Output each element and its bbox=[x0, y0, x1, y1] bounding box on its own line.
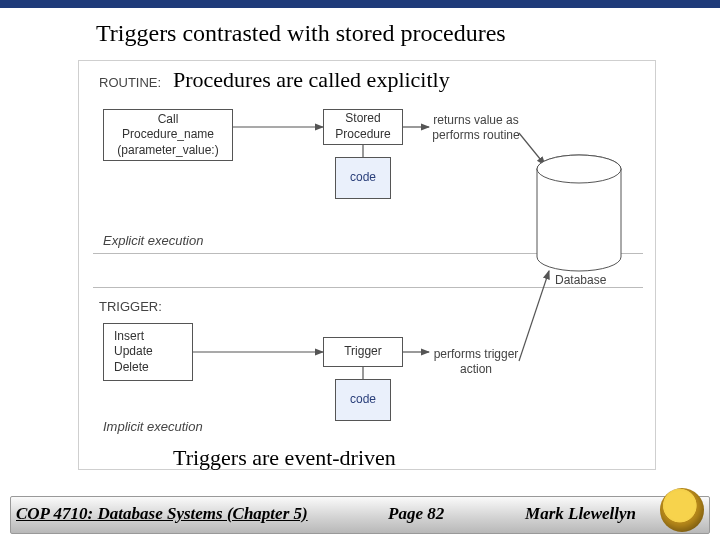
svg-point-9 bbox=[537, 155, 621, 183]
label-routine: ROUTINE: bbox=[99, 75, 161, 90]
divider-1 bbox=[93, 253, 643, 254]
footer-author: Mark Llewellyn bbox=[525, 504, 636, 524]
subtitle-triggers: Triggers are event-driven bbox=[173, 445, 396, 471]
call-line-3: (parameter_value:) bbox=[117, 143, 218, 159]
iud-update: Update bbox=[114, 344, 153, 360]
footer-course: COP 4710: Database Systems (Chapter 5) bbox=[16, 504, 308, 524]
box-code-trigger: code bbox=[335, 379, 391, 421]
diagram-panel: Procedures are called explicitly ROUTINE… bbox=[78, 60, 656, 470]
label-implicit: Implicit execution bbox=[103, 419, 203, 434]
label-database: Database bbox=[555, 273, 606, 287]
footer: COP 4710: Database Systems (Chapter 5) P… bbox=[10, 486, 710, 534]
subtitle-procedures: Procedures are called explicitly bbox=[173, 67, 450, 93]
svg-line-3 bbox=[519, 133, 545, 165]
svg-point-8 bbox=[537, 155, 621, 183]
footer-page: Page 82 bbox=[388, 504, 444, 524]
page-title: Triggers contrasted with stored procedur… bbox=[0, 8, 720, 47]
call-line-2: Procedure_name bbox=[122, 127, 214, 143]
box-trigger: Trigger bbox=[323, 337, 403, 367]
call-line-1: Call bbox=[158, 112, 179, 128]
box-iud: Insert Update Delete bbox=[103, 323, 193, 381]
label-trigger: TRIGGER: bbox=[99, 299, 162, 314]
label-performs: performs trigger action bbox=[431, 347, 521, 377]
top-accent-bar bbox=[0, 0, 720, 8]
label-explicit: Explicit execution bbox=[103, 233, 203, 248]
box-call-procedure: Call Procedure_name (parameter_value:) bbox=[103, 109, 233, 161]
ucf-logo-icon bbox=[660, 488, 704, 532]
box-stored-procedure: Stored Procedure bbox=[323, 109, 403, 145]
divider-2 bbox=[93, 287, 643, 288]
iud-delete: Delete bbox=[114, 360, 149, 376]
svg-line-7 bbox=[519, 271, 549, 361]
label-returns: returns value as performs routine bbox=[431, 113, 521, 143]
box-code-routine: code bbox=[335, 157, 391, 199]
iud-insert: Insert bbox=[114, 329, 144, 345]
